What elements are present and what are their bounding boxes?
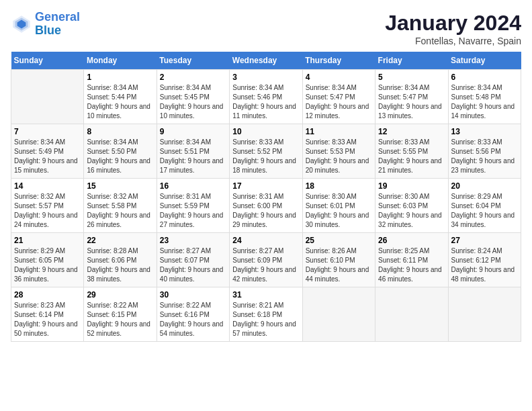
day-info: Sunrise: 8:32 AMSunset: 5:58 PMDaylight:… <box>87 192 153 230</box>
calendar-week-4: 21Sunrise: 8:29 AMSunset: 6:05 PMDayligh… <box>11 233 521 287</box>
day-number: 7 <box>14 127 81 136</box>
day-header-tuesday: Tuesday <box>157 52 229 70</box>
day-info: Sunrise: 8:33 AMSunset: 5:52 PMDaylight:… <box>232 138 299 175</box>
day-info: Sunrise: 8:34 AMSunset: 5:47 PMDaylight:… <box>378 83 445 121</box>
day-number: 16 <box>160 181 226 191</box>
day-number: 30 <box>160 290 226 300</box>
calendar-cell: 27Sunrise: 8:24 AMSunset: 6:12 PMDayligh… <box>448 233 521 287</box>
calendar-cell: 1Sunrise: 8:34 AMSunset: 5:44 PMDaylight… <box>84 70 157 124</box>
day-info: Sunrise: 8:31 AMSunset: 6:00 PMDaylight:… <box>232 192 299 230</box>
day-number: 3 <box>232 73 299 82</box>
day-info: Sunrise: 8:22 AMSunset: 6:15 PMDaylight:… <box>87 301 153 338</box>
day-header-friday: Friday <box>375 52 448 70</box>
calendar-cell: 28Sunrise: 8:23 AMSunset: 6:14 PMDayligh… <box>11 287 84 342</box>
calendar-cell: 24Sunrise: 8:27 AMSunset: 6:09 PMDayligh… <box>230 233 302 287</box>
day-info: Sunrise: 8:33 AMSunset: 5:56 PMDaylight:… <box>451 138 518 175</box>
day-number: 26 <box>378 236 445 245</box>
subtitle: Fontellas, Navarre, Spain <box>385 36 521 46</box>
day-number: 21 <box>14 236 81 245</box>
calendar-cell: 8Sunrise: 8:34 AMSunset: 5:50 PMDaylight… <box>84 124 157 179</box>
day-number: 10 <box>232 127 299 136</box>
day-info: Sunrise: 8:34 AMSunset: 5:49 PMDaylight:… <box>14 138 81 175</box>
day-number: 29 <box>87 290 153 300</box>
calendar-cell: 23Sunrise: 8:27 AMSunset: 6:07 PMDayligh… <box>157 233 229 287</box>
day-info: Sunrise: 8:23 AMSunset: 6:14 PMDaylight:… <box>14 301 81 338</box>
calendar-week-2: 7Sunrise: 8:34 AMSunset: 5:49 PMDaylight… <box>11 124 521 179</box>
calendar-cell <box>302 287 375 342</box>
day-number: 6 <box>451 73 518 82</box>
day-info: Sunrise: 8:32 AMSunset: 5:57 PMDaylight:… <box>14 192 81 230</box>
calendar-cell: 22Sunrise: 8:28 AMSunset: 6:06 PMDayligh… <box>84 233 157 287</box>
day-info: Sunrise: 8:34 AMSunset: 5:51 PMDaylight:… <box>160 138 226 175</box>
day-header-thursday: Thursday <box>302 52 375 70</box>
day-number: 18 <box>306 181 372 191</box>
calendar-cell: 17Sunrise: 8:31 AMSunset: 6:00 PMDayligh… <box>230 179 302 233</box>
calendar-cell <box>375 287 448 342</box>
day-info: Sunrise: 8:30 AMSunset: 6:03 PMDaylight:… <box>378 192 445 230</box>
day-number: 8 <box>87 127 153 136</box>
day-number: 20 <box>451 181 518 191</box>
header-row: SundayMondayTuesdayWednesdayThursdayFrid… <box>11 52 521 70</box>
calendar-week-5: 28Sunrise: 8:23 AMSunset: 6:14 PMDayligh… <box>11 287 521 342</box>
day-number: 5 <box>378 73 445 82</box>
day-info: Sunrise: 8:34 AMSunset: 5:44 PMDaylight:… <box>87 83 153 121</box>
calendar-cell: 15Sunrise: 8:32 AMSunset: 5:58 PMDayligh… <box>84 179 157 233</box>
calendar-cell: 13Sunrise: 8:33 AMSunset: 5:56 PMDayligh… <box>448 124 521 179</box>
day-info: Sunrise: 8:26 AMSunset: 6:10 PMDaylight:… <box>306 246 372 284</box>
calendar-cell: 10Sunrise: 8:33 AMSunset: 5:52 PMDayligh… <box>230 124 302 179</box>
calendar-cell: 19Sunrise: 8:30 AMSunset: 6:03 PMDayligh… <box>375 179 448 233</box>
calendar-cell: 18Sunrise: 8:30 AMSunset: 6:01 PMDayligh… <box>302 179 375 233</box>
day-info: Sunrise: 8:34 AMSunset: 5:48 PMDaylight:… <box>451 83 518 121</box>
calendar-cell: 5Sunrise: 8:34 AMSunset: 5:47 PMDaylight… <box>375 70 448 124</box>
day-number: 23 <box>160 236 226 245</box>
header: General Blue January 2024 Fontellas, Nav… <box>11 11 521 46</box>
day-number: 11 <box>306 127 372 136</box>
calendar-cell: 16Sunrise: 8:31 AMSunset: 5:59 PMDayligh… <box>157 179 229 233</box>
day-header-monday: Monday <box>84 52 157 70</box>
calendar-cell: 30Sunrise: 8:22 AMSunset: 6:16 PMDayligh… <box>157 287 229 342</box>
day-header-sunday: Sunday <box>11 52 84 70</box>
day-number: 1 <box>87 73 153 82</box>
day-number: 4 <box>306 73 372 82</box>
day-number: 17 <box>232 181 299 191</box>
day-info: Sunrise: 8:31 AMSunset: 5:59 PMDaylight:… <box>160 192 226 230</box>
day-header-saturday: Saturday <box>448 52 521 70</box>
day-info: Sunrise: 8:33 AMSunset: 5:53 PMDaylight:… <box>306 138 372 175</box>
day-number: 24 <box>232 236 299 245</box>
calendar-cell: 3Sunrise: 8:34 AMSunset: 5:46 PMDaylight… <box>230 70 302 124</box>
day-number: 15 <box>87 181 153 191</box>
day-info: Sunrise: 8:21 AMSunset: 6:18 PMDaylight:… <box>232 301 299 338</box>
calendar-cell: 25Sunrise: 8:26 AMSunset: 6:10 PMDayligh… <box>302 233 375 287</box>
calendar-cell: 26Sunrise: 8:25 AMSunset: 6:11 PMDayligh… <box>375 233 448 287</box>
calendar-cell: 6Sunrise: 8:34 AMSunset: 5:48 PMDaylight… <box>448 70 521 124</box>
calendar-week-1: 1Sunrise: 8:34 AMSunset: 5:44 PMDaylight… <box>11 70 521 124</box>
day-number: 14 <box>14 181 81 191</box>
title-area: January 2024 Fontellas, Navarre, Spain <box>385 11 521 46</box>
day-info: Sunrise: 8:29 AMSunset: 6:04 PMDaylight:… <box>451 192 518 230</box>
calendar-cell: 21Sunrise: 8:29 AMSunset: 6:05 PMDayligh… <box>11 233 84 287</box>
day-info: Sunrise: 8:27 AMSunset: 6:09 PMDaylight:… <box>232 246 299 284</box>
calendar-cell: 11Sunrise: 8:33 AMSunset: 5:53 PMDayligh… <box>302 124 375 179</box>
day-info: Sunrise: 8:25 AMSunset: 6:11 PMDaylight:… <box>378 246 445 284</box>
calendar-cell: 14Sunrise: 8:32 AMSunset: 5:57 PMDayligh… <box>11 179 84 233</box>
day-info: Sunrise: 8:24 AMSunset: 6:12 PMDaylight:… <box>451 246 518 284</box>
calendar-cell <box>11 70 84 124</box>
day-number: 27 <box>451 236 518 245</box>
day-number: 31 <box>232 290 299 300</box>
day-info: Sunrise: 8:27 AMSunset: 6:07 PMDaylight:… <box>160 246 226 284</box>
calendar-cell: 20Sunrise: 8:29 AMSunset: 6:04 PMDayligh… <box>448 179 521 233</box>
calendar-cell: 2Sunrise: 8:34 AMSunset: 5:45 PMDaylight… <box>157 70 229 124</box>
day-number: 28 <box>14 290 81 300</box>
calendar-cell: 7Sunrise: 8:34 AMSunset: 5:49 PMDaylight… <box>11 124 84 179</box>
calendar-table: SundayMondayTuesdayWednesdayThursdayFrid… <box>11 52 521 342</box>
day-info: Sunrise: 8:28 AMSunset: 6:06 PMDaylight:… <box>87 246 153 284</box>
calendar-cell: 12Sunrise: 8:33 AMSunset: 5:55 PMDayligh… <box>375 124 448 179</box>
day-info: Sunrise: 8:34 AMSunset: 5:50 PMDaylight:… <box>87 138 153 175</box>
day-info: Sunrise: 8:34 AMSunset: 5:45 PMDaylight:… <box>160 83 226 121</box>
day-info: Sunrise: 8:29 AMSunset: 6:05 PMDaylight:… <box>14 246 81 284</box>
day-number: 25 <box>306 236 372 245</box>
day-number: 12 <box>378 127 445 136</box>
day-info: Sunrise: 8:33 AMSunset: 5:55 PMDaylight:… <box>378 138 445 175</box>
day-number: 22 <box>87 236 153 245</box>
calendar-week-3: 14Sunrise: 8:32 AMSunset: 5:57 PMDayligh… <box>11 179 521 233</box>
